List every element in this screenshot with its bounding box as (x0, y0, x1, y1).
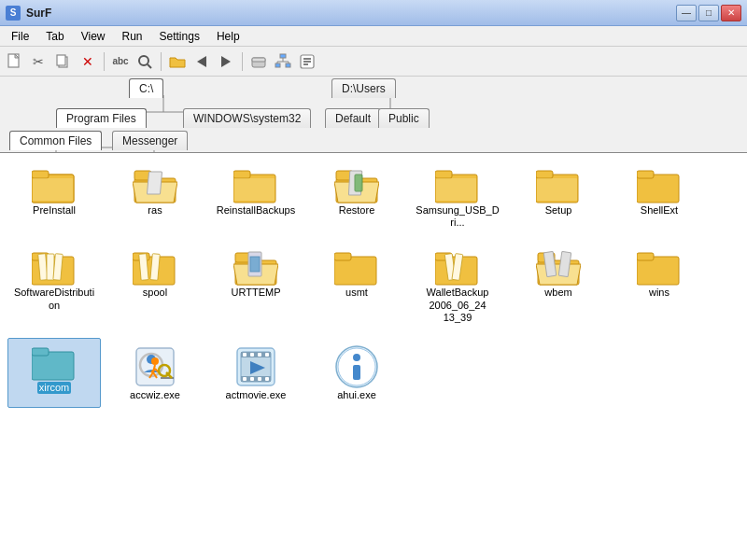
svg-rect-44 (233, 171, 250, 178)
close-button[interactable]: ✕ (721, 5, 741, 21)
folder-icon (32, 167, 77, 204)
tb-search[interactable] (134, 50, 156, 73)
folder-icon-teal (32, 344, 77, 382)
list-item[interactable]: ReinstallBackups (209, 161, 303, 235)
tb-back[interactable] (190, 50, 213, 73)
maximize-button[interactable]: □ (698, 5, 719, 21)
folder-icon-files (32, 249, 77, 287)
tab-commonfiles[interactable]: Common Files (9, 131, 102, 150)
tab-programfiles[interactable]: Program Files (56, 108, 147, 128)
exe-icon-actmovie (233, 344, 278, 389)
list-item[interactable]: ahui.exe (310, 338, 403, 408)
svg-rect-85 (637, 253, 654, 260)
folder-icon (233, 167, 278, 204)
list-item[interactable]: accwiz.exe (108, 338, 202, 408)
folder-icon (435, 167, 480, 204)
svg-rect-116 (353, 365, 360, 380)
tb-props[interactable] (296, 50, 318, 73)
list-item[interactable]: ShellExt (613, 161, 706, 235)
file-name: ShellExt (641, 204, 678, 217)
svg-rect-105 (250, 353, 254, 357)
svg-rect-104 (243, 353, 247, 357)
menu-settings[interactable]: Settings (152, 28, 207, 45)
tab-ca[interactable]: C:\ (129, 78, 163, 98)
svg-rect-53 (436, 178, 476, 201)
title-bar-left: S SurF (6, 6, 51, 21)
tb-cut[interactable]: ✂ (28, 50, 50, 73)
file-name: Samsung_USB_Dri... (416, 204, 500, 229)
content-area: PreInstall ras ReinstallBackup (0, 153, 747, 560)
svg-point-91 (151, 357, 159, 365)
tb-folder[interactable] (166, 50, 189, 73)
toolbar: ✂ ✕ abc (0, 47, 747, 77)
list-item[interactable]: WalletBackup2006_06_24 13_39 (411, 243, 504, 330)
svg-rect-56 (537, 178, 577, 201)
list-item[interactable]: xircom (7, 338, 101, 408)
folder-icon-open2 (334, 167, 379, 204)
list-item[interactable]: spool (108, 243, 202, 330)
file-name: usmt (345, 287, 368, 299)
file-grid: PreInstall ras ReinstallBackup (7, 161, 740, 408)
tb-copy[interactable] (52, 50, 75, 73)
svg-rect-13 (275, 63, 280, 67)
folder-icon-open (133, 167, 177, 204)
svg-rect-12 (280, 54, 286, 58)
svg-text:✂: ✂ (33, 54, 44, 69)
tab-dusers[interactable]: D:\Users (331, 78, 396, 98)
tab-system32[interactable]: WINDOWS\system32 (183, 108, 311, 128)
folder-icon-open3 (233, 249, 278, 287)
svg-rect-87 (32, 348, 49, 356)
file-name: ReinstallBackups (217, 204, 295, 217)
file-name: URTTEMP (232, 287, 281, 299)
svg-rect-42 (147, 172, 162, 194)
file-name: actmovie.exe (226, 389, 287, 401)
menu-help[interactable]: Help (209, 28, 247, 45)
list-item[interactable]: Restore (310, 161, 403, 235)
svg-rect-74 (334, 253, 351, 260)
tb-rename[interactable]: abc (109, 50, 132, 73)
minimize-button[interactable]: — (676, 5, 697, 21)
menu-run[interactable]: Run (115, 28, 150, 45)
exe-icon-ahui (334, 344, 379, 389)
file-name: WalletBackup2006_06_24 13_39 (416, 287, 500, 324)
file-name: PreInstall (33, 204, 76, 217)
tab-messenger[interactable]: Messenger (112, 131, 188, 150)
menu-tab[interactable]: Tab (38, 28, 71, 45)
tab-default[interactable]: Default (325, 108, 381, 128)
folder-icon-files2 (133, 249, 177, 287)
svg-rect-108 (243, 377, 247, 381)
svg-rect-72 (250, 257, 260, 272)
svg-rect-14 (286, 63, 290, 67)
tb-delete[interactable]: ✕ (77, 50, 99, 73)
folder-icon-open4 (536, 249, 581, 287)
svg-rect-111 (265, 377, 269, 381)
file-name: ras (148, 204, 162, 217)
folder-icon (637, 167, 682, 204)
tb-forward[interactable] (215, 50, 237, 73)
tb-new[interactable] (4, 50, 26, 73)
exe-icon-accwiz (133, 344, 177, 389)
list-item[interactable]: SoftwareDistribution (7, 243, 101, 330)
file-pane[interactable]: PreInstall ras ReinstallBackup (0, 153, 747, 560)
list-item[interactable]: URTTEMP (209, 243, 303, 330)
svg-rect-106 (258, 353, 261, 357)
svg-marker-8 (197, 56, 206, 67)
tb-network[interactable] (272, 50, 294, 73)
menu-view[interactable]: View (74, 28, 113, 45)
list-item[interactable]: actmovie.exe (209, 338, 303, 408)
list-item[interactable]: Samsung_USB_Dri... (411, 161, 504, 235)
file-name: Setup (545, 204, 572, 217)
list-item[interactable]: wins (613, 243, 706, 330)
list-item[interactable]: wbem (512, 243, 605, 330)
svg-text:✕: ✕ (82, 54, 93, 69)
tab-public[interactable]: Public (378, 108, 430, 128)
title-bar: S SurF — □ ✕ (0, 0, 747, 26)
list-item[interactable]: ras (108, 161, 202, 235)
title-controls: — □ ✕ (676, 5, 741, 21)
list-item[interactable]: usmt (310, 243, 403, 330)
tb-drive[interactable] (247, 50, 270, 73)
list-item[interactable]: PreInstall (7, 161, 101, 235)
list-item[interactable]: Setup (512, 161, 605, 235)
app-icon-text: S (10, 7, 17, 18)
menu-file[interactable]: File (4, 28, 36, 45)
